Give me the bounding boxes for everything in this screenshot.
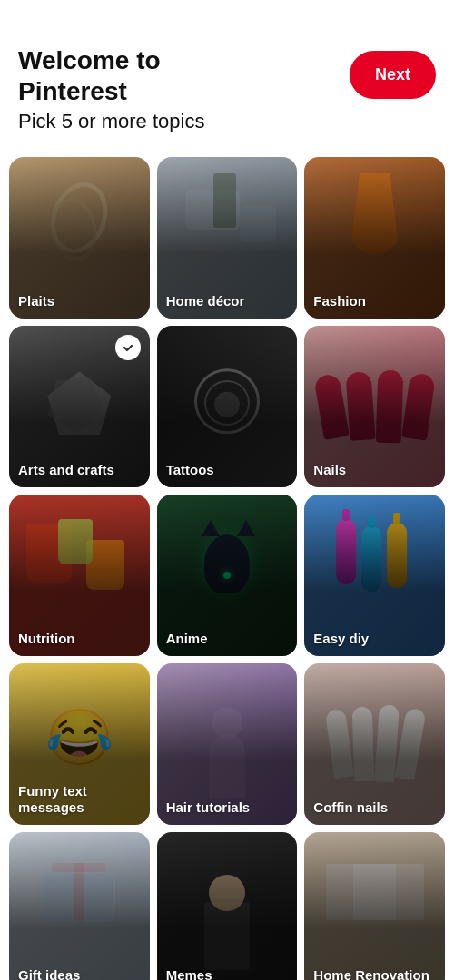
topic-label-memes: Memes xyxy=(166,967,212,980)
topic-label-hairtutorials: Hair tutorials xyxy=(166,799,251,816)
svg-point-0 xyxy=(121,340,135,355)
topic-label-easydiy: Easy diy xyxy=(313,631,369,647)
topic-label-nails: Nails xyxy=(313,462,346,478)
card-overlay xyxy=(9,832,150,980)
topic-card-nails[interactable]: Nails xyxy=(304,326,445,487)
topic-card-fashion[interactable]: Fashion xyxy=(304,157,445,318)
topic-label-homerenovation: Home Renovation xyxy=(313,967,429,980)
topic-card-nutrition[interactable]: Nutrition xyxy=(9,495,150,656)
topic-card-plaits[interactable]: Plaits xyxy=(9,157,150,318)
page-title: Welcome to Pinterest xyxy=(18,45,204,106)
topic-label-funnytextmessages: Funny text messages xyxy=(18,783,150,816)
topic-label-anime: Anime xyxy=(166,631,208,647)
topic-card-anime[interactable]: Anime xyxy=(157,495,298,656)
topic-label-tattoos: Tattoos xyxy=(166,462,214,478)
topics-grid: Plaits Home décor Fashion Arts and craft… xyxy=(0,150,454,980)
card-overlay xyxy=(304,832,445,980)
topic-label-coffinnails: Coffin nails xyxy=(313,799,388,816)
topic-label-homedecor: Home décor xyxy=(166,293,245,309)
topic-card-coffinnails[interactable]: Coffin nails xyxy=(304,663,445,825)
topic-label-artsandcrafts: Arts and crafts xyxy=(18,462,114,478)
topic-card-easydiy[interactable]: Easy diy xyxy=(304,495,445,656)
topic-card-artsandcrafts[interactable]: Arts and crafts xyxy=(9,326,150,487)
card-overlay xyxy=(157,832,298,980)
topic-card-homerenovation[interactable]: Home Renovation xyxy=(304,832,445,980)
header: Welcome to Pinterest Pick 5 or more topi… xyxy=(0,0,454,150)
topic-check-artsandcrafts xyxy=(115,335,141,360)
topic-card-tattoos[interactable]: Tattoos xyxy=(157,326,298,487)
topic-card-giftideas[interactable]: Gift ideas xyxy=(9,832,150,980)
page-subtitle: Pick 5 or more topics xyxy=(18,110,204,133)
topic-label-fashion: Fashion xyxy=(313,293,366,309)
topic-card-hairtutorials[interactable]: Hair tutorials xyxy=(157,663,298,825)
topic-card-homedecor[interactable]: Home décor xyxy=(157,157,298,318)
header-text: Welcome to Pinterest Pick 5 or more topi… xyxy=(18,45,204,133)
topic-label-giftideas: Gift ideas xyxy=(18,967,80,980)
topic-label-nutrition: Nutrition xyxy=(18,631,74,647)
topic-card-funnytextmessages[interactable]: 😂 Funny text messages xyxy=(9,663,150,825)
topic-card-memes[interactable]: Memes xyxy=(157,832,298,980)
topic-label-plaits: Plaits xyxy=(18,293,54,309)
next-button[interactable]: Next xyxy=(350,51,436,99)
